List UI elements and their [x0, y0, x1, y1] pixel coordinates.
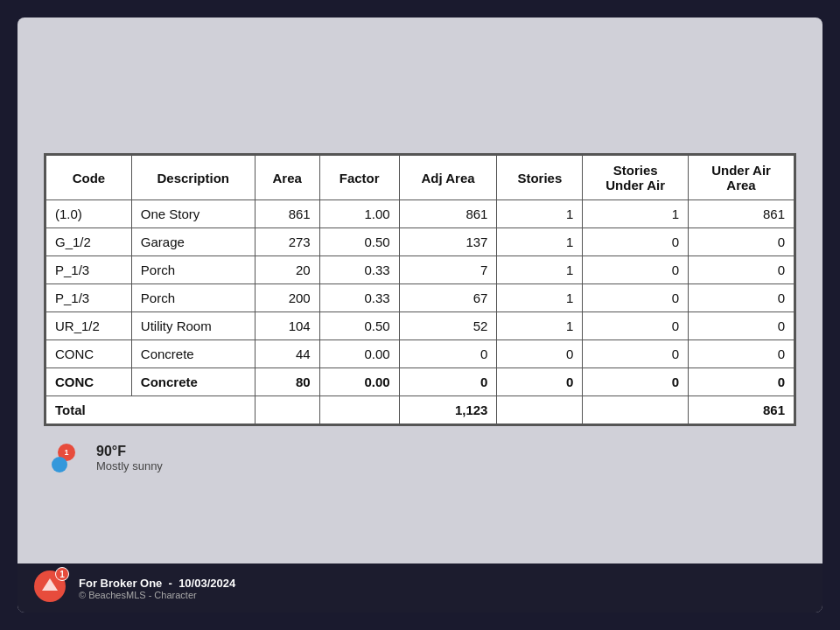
svg-text:1: 1	[64, 448, 68, 457]
table-cell: 0	[689, 340, 794, 368]
total-label: Total	[46, 396, 256, 424]
table-cell: 1	[497, 228, 583, 256]
col-header-stories: Stories	[497, 156, 583, 200]
table-cell: 137	[399, 228, 497, 256]
table-cell: 0	[583, 368, 689, 396]
table-row: UR_1/2Utility Room1040.5052100	[46, 312, 794, 340]
svg-point-1	[52, 457, 67, 472]
table-cell: 0	[689, 228, 794, 256]
table-row: CONCConcrete440.000000	[46, 340, 794, 368]
table-cell: 0.00	[319, 340, 399, 368]
weather-temperature: 90°F	[96, 444, 163, 459]
weather-section: 1 90°F Mostly sunny	[44, 438, 796, 477]
table-cell: 0	[583, 312, 689, 340]
total-area-empty	[255, 396, 319, 424]
weather-text-block: 90°F Mostly sunny	[96, 444, 163, 472]
table-cell: 0	[583, 284, 689, 312]
table-cell: 1	[497, 284, 583, 312]
table-cell: 0.50	[319, 228, 399, 256]
col-header-code: Code	[46, 156, 132, 200]
table-cell: 67	[399, 284, 497, 312]
footer-logo-wrapper: 1	[33, 570, 66, 606]
footer-broker-text: For Broker One	[79, 577, 162, 590]
notification-badge: 1	[55, 567, 69, 581]
footer-date-text: 10/03/2024	[178, 577, 235, 590]
table-cell: Porch	[131, 284, 255, 312]
table-cell: Porch	[131, 256, 255, 284]
col-header-adj-area: Adj Area	[399, 156, 497, 200]
table-row: P_1/3Porch200.337100	[46, 256, 794, 284]
table-cell: 7	[399, 256, 497, 284]
table-cell: 0	[583, 228, 689, 256]
table-cell: 861	[689, 200, 794, 228]
table-cell: 0	[689, 312, 794, 340]
table-cell: 1	[497, 312, 583, 340]
table-cell: Concrete	[131, 340, 255, 368]
col-header-factor: Factor	[319, 156, 399, 200]
table-cell: P_1/3	[46, 256, 132, 284]
table-cell: One Story	[131, 200, 255, 228]
footer-bar: 1 For Broker One - 10/03/2024 © BeachesM…	[18, 564, 822, 612]
table-cell: 0	[689, 368, 794, 396]
col-header-stories-under-air: StoriesUnder Air	[583, 156, 689, 200]
table-row: CONCConcrete800.000000	[46, 368, 794, 396]
table-cell: Utility Room	[131, 312, 255, 340]
table-cell: 0.33	[319, 284, 399, 312]
table-row: (1.0)One Story8611.0086111861	[46, 200, 794, 228]
table-cell: 861	[255, 200, 319, 228]
table-cell: 1	[497, 200, 583, 228]
table-cell: 0	[399, 340, 497, 368]
table-cell: UR_1/2	[46, 312, 132, 340]
table-cell: 0	[689, 256, 794, 284]
table-cell: 0	[399, 368, 497, 396]
data-table-container: Code Description Area Factor Adj Area St…	[44, 153, 796, 426]
table-cell: 20	[255, 256, 319, 284]
table-cell: 52	[399, 312, 497, 340]
table-cell: 1	[497, 256, 583, 284]
table-cell: 0	[497, 340, 583, 368]
table-cell: 0.00	[319, 368, 399, 396]
total-adj-area: 1,123	[399, 396, 497, 424]
footer-copyright: © BeachesMLS - Character	[79, 590, 235, 600]
table-cell: (1.0)	[46, 200, 132, 228]
footer-info-block: For Broker One - 10/03/2024 © BeachesMLS…	[79, 577, 235, 600]
table-cell: 0.33	[319, 256, 399, 284]
table-cell: 861	[399, 200, 497, 228]
table-cell: 44	[255, 340, 319, 368]
table-cell: 273	[255, 228, 319, 256]
footer-broker-name: For Broker One - 10/03/2024	[79, 577, 235, 590]
col-header-description: Description	[131, 156, 255, 200]
table-cell: 1	[583, 200, 689, 228]
col-header-area: Area	[255, 156, 319, 200]
total-stories-empty	[497, 396, 583, 424]
table-cell: 0	[689, 284, 794, 312]
total-row: Total 1,123 861	[46, 396, 794, 424]
table-cell: 1.00	[319, 200, 399, 228]
table-cell: 104	[255, 312, 319, 340]
table-row: G_1/2Garage2730.50137100	[46, 228, 794, 256]
weather-description: Mostly sunny	[96, 459, 163, 472]
table-row: P_1/3Porch2000.3367100	[46, 284, 794, 312]
weather-sun-icon: 1	[47, 438, 86, 477]
table-cell: CONC	[46, 368, 132, 396]
table-cell: P_1/3	[46, 284, 132, 312]
table-cell: Garage	[131, 228, 255, 256]
weather-icon-container: 1	[47, 438, 86, 477]
total-stories-under-air-empty	[583, 396, 689, 424]
total-under-air-area: 861	[689, 396, 794, 424]
property-table: Code Description Area Factor Adj Area St…	[46, 155, 794, 424]
table-cell: 0	[583, 340, 689, 368]
screen: Code Description Area Factor Adj Area St…	[18, 18, 822, 612]
table-cell: 200	[255, 284, 319, 312]
table-cell: Concrete	[131, 368, 255, 396]
table-header-row: Code Description Area Factor Adj Area St…	[46, 156, 794, 200]
total-factor-empty	[319, 396, 399, 424]
table-cell: 80	[255, 368, 319, 396]
col-header-under-air-area: Under AirArea	[689, 156, 794, 200]
table-cell: 0.50	[319, 312, 399, 340]
table-cell: CONC	[46, 340, 132, 368]
table-cell: 0	[583, 256, 689, 284]
table-cell: 0	[497, 368, 583, 396]
table-cell: G_1/2	[46, 228, 132, 256]
